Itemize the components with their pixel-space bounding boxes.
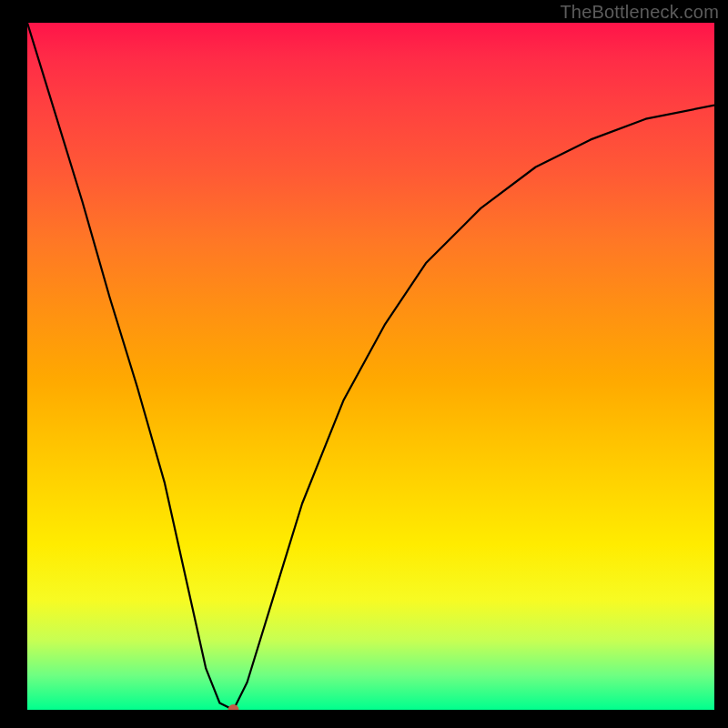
plot-area bbox=[27, 23, 714, 710]
marker-dot bbox=[228, 704, 239, 710]
bottleneck-curve bbox=[27, 23, 714, 710]
curve-svg bbox=[27, 23, 714, 710]
chart-stage: TheBottleneck.com bbox=[0, 0, 728, 728]
watermark-text: TheBottleneck.com bbox=[560, 2, 719, 23]
